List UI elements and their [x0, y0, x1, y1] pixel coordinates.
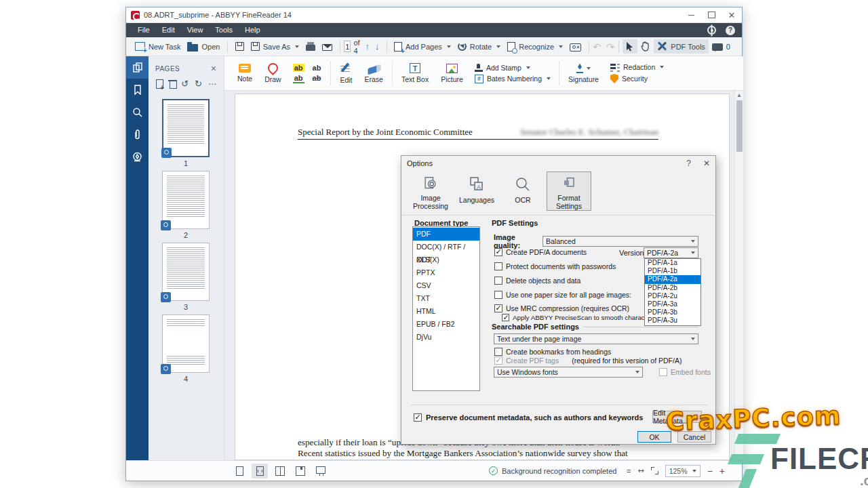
redo-button[interactable]: ↷	[606, 43, 614, 51]
highlight-color-button[interactable]: ab	[311, 64, 323, 72]
menu-help[interactable]: Help	[239, 23, 267, 37]
version-option[interactable]: PDF/A-1b	[645, 267, 701, 275]
presentation-view-button[interactable]	[313, 464, 329, 479]
doc-type-xlsx[interactable]: XLS(X)	[413, 253, 479, 266]
help-icon[interactable]: ?	[726, 26, 735, 35]
zoom-in-button[interactable]: +	[719, 466, 725, 476]
image-quality-select[interactable]: Balanced	[542, 236, 698, 247]
menu-edit[interactable]: Edit	[156, 23, 181, 37]
tab-image-processing[interactable]: Image Processing	[408, 171, 453, 211]
page-thumbnail-2[interactable]	[162, 171, 210, 229]
reading-view-button[interactable]	[566, 40, 585, 54]
fit-width-button[interactable]: ↔	[637, 466, 644, 475]
checkbox-unchecked[interactable]	[494, 277, 502, 285]
doc-type-txt[interactable]: TXT	[413, 292, 479, 305]
version-option[interactable]: PDF/A-3u	[645, 317, 701, 325]
add-stamp-button[interactable]: Add Stamp	[475, 64, 551, 72]
checkbox-checked[interactable]	[494, 304, 502, 312]
note-button[interactable]: Note	[231, 64, 258, 83]
checkbox-checked[interactable]	[502, 314, 509, 321]
version-option[interactable]: PDF/A-3a	[645, 300, 701, 308]
rotate-button[interactable]: Rotate	[454, 40, 504, 53]
redaction-button[interactable]: Redaction	[610, 63, 664, 71]
bookmarks-checkbox[interactable]: Create bookmarks from headings	[494, 348, 611, 356]
version-option[interactable]: PDF/A-2u	[645, 292, 701, 300]
checkbox-unchecked[interactable]	[494, 262, 502, 270]
rotate-left-icon[interactable]: ↺	[181, 79, 189, 89]
protect-passwords-checkbox[interactable]: Protect documents with passwords	[494, 262, 616, 270]
document-type-list[interactable]: PDF DOC(X) / RTF / ODT XLS(X) PPTX CSV T…	[412, 226, 480, 391]
page-number-input[interactable]: 1	[344, 41, 351, 52]
strikethrough-button[interactable]: ab	[311, 74, 323, 83]
zoom-out-button[interactable]: −	[707, 466, 713, 476]
close-button[interactable]: ✕	[722, 7, 742, 22]
save-as-button[interactable]: Save As	[248, 40, 302, 53]
draw-button[interactable]: Draw	[258, 63, 288, 83]
page-thumbnail-3[interactable]	[162, 243, 210, 301]
doc-type-djvu[interactable]: DjVu	[413, 331, 479, 344]
dialog-help-icon[interactable]: ?	[686, 159, 691, 168]
doc-type-pdf[interactable]: PDF	[413, 228, 479, 241]
tab-ocr[interactable]: OCR	[500, 171, 545, 211]
dialog-close-icon[interactable]: ✕	[703, 159, 710, 168]
undo-button[interactable]: ↶	[593, 43, 601, 51]
text-box-button[interactable]: Text Box	[395, 63, 435, 83]
zoom-select[interactable]: 125%	[665, 465, 701, 477]
tab-languages[interactable]: A Languages	[454, 171, 499, 211]
searchable-pdf-select[interactable]: Text under the page image	[494, 333, 698, 344]
doc-type-docx[interactable]: DOC(X) / RTF / ODT	[413, 241, 479, 253]
scrollbar-thumb[interactable]	[736, 100, 743, 152]
two-page-continuous-button[interactable]	[292, 464, 309, 479]
checkbox-unchecked[interactable]	[494, 291, 502, 299]
pdf-tools-button[interactable]: PDF Tools	[654, 39, 709, 54]
signature-button[interactable]: Signature	[562, 64, 605, 83]
version-option[interactable]: PDF/A-2b	[645, 284, 701, 292]
bates-numbering-button[interactable]: Bates Numbering	[475, 75, 551, 83]
preserve-metadata-checkbox[interactable]: Preserve document metadata, such as auth…	[414, 413, 643, 422]
comments-button[interactable]: 0	[709, 40, 734, 53]
add-page-icon[interactable]	[155, 79, 162, 89]
save-button[interactable]	[232, 40, 248, 53]
two-page-view-button[interactable]	[272, 464, 288, 479]
checkbox-checked[interactable]	[494, 248, 502, 256]
rotate-right-icon[interactable]: ↻	[195, 79, 202, 89]
settings-gear-icon[interactable]	[707, 26, 716, 35]
menu-view[interactable]: View	[181, 23, 210, 37]
previous-page-button[interactable]: ↑	[363, 41, 373, 52]
attachments-panel-tab[interactable]	[126, 123, 149, 146]
highlight-button[interactable]: ab	[293, 64, 304, 72]
next-page-button[interactable]: ↓	[372, 41, 382, 52]
version-select[interactable]: PDF/A-2a	[644, 247, 698, 258]
email-button[interactable]	[319, 41, 336, 53]
maximize-button[interactable]	[701, 7, 722, 22]
pages-panel-tab[interactable]	[126, 56, 149, 79]
more-options-icon[interactable]: ⋯	[208, 79, 217, 89]
security-button[interactable]: Security	[610, 74, 664, 83]
select-tool-button[interactable]	[623, 39, 637, 54]
page-thumbnail-1[interactable]	[162, 99, 210, 157]
edit-button[interactable]: Edit	[334, 63, 358, 84]
open-button[interactable]: Open	[184, 40, 223, 54]
mrc-compression-checkbox[interactable]: Use MRC compression (requires OCR)	[494, 304, 629, 312]
doc-type-csv[interactable]: CSV	[413, 279, 479, 292]
panel-close-icon[interactable]: ✕	[210, 64, 217, 73]
scroll-up-icon[interactable]: ▲	[735, 91, 743, 100]
underline-button[interactable]: ab	[293, 74, 304, 83]
continuous-view-button[interactable]	[252, 464, 268, 479]
hand-tool-button[interactable]	[637, 39, 654, 54]
erase-button[interactable]: Erase	[358, 64, 389, 83]
actual-size-button[interactable]: =	[627, 467, 631, 475]
recognize-button[interactable]: Recognize	[504, 40, 566, 54]
signature-panel-tab[interactable]	[126, 146, 149, 168]
doc-type-epub[interactable]: EPUB / FB2	[413, 318, 479, 331]
create-pdfa-checkbox[interactable]: Create PDF/A documents	[494, 248, 587, 256]
fonts-select[interactable]: Use Windows fonts	[494, 367, 643, 378]
new-task-button[interactable]: New Task	[132, 40, 184, 53]
version-option[interactable]: PDF/A-1a	[645, 259, 701, 267]
add-pages-button[interactable]: Add Pages	[391, 40, 454, 54]
doc-type-html[interactable]: HTML	[413, 305, 479, 318]
menu-file[interactable]: File	[132, 23, 156, 37]
print-button[interactable]	[302, 40, 319, 53]
delete-objects-checkbox[interactable]: Delete objects and data	[494, 277, 580, 285]
one-paper-size-checkbox[interactable]: Use one paper size for all page images:	[494, 291, 631, 299]
